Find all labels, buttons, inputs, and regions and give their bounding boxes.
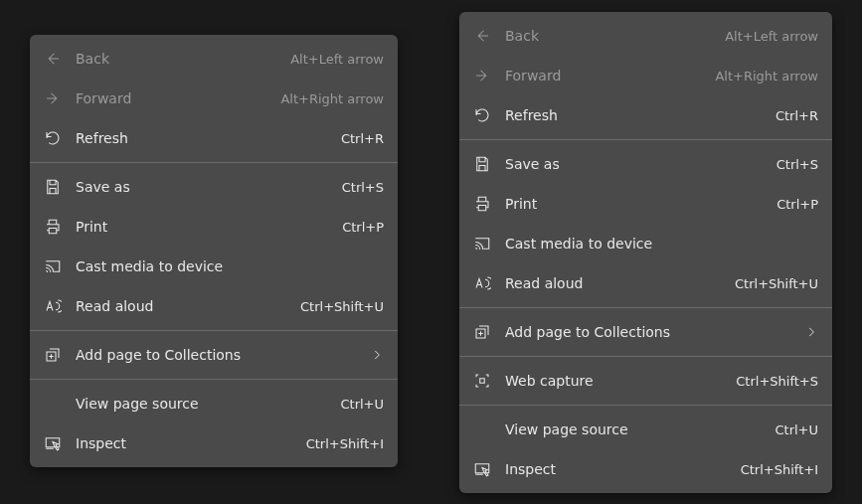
menu-item-label: Print (76, 219, 342, 235)
collections-icon (44, 346, 76, 364)
cast-icon (44, 257, 76, 275)
back-arrow-icon (473, 27, 505, 45)
menu-item-shortcut: Alt+Left arrow (290, 52, 384, 67)
menu-item-label: Refresh (505, 107, 776, 123)
menu-item-forward[interactable]: Forward Alt+Right arrow (459, 56, 832, 95)
menu-item-label: Print (505, 196, 776, 212)
menu-item-back[interactable]: Back Alt+Left arrow (459, 16, 832, 56)
inspect-icon (473, 460, 505, 478)
forward-arrow-icon (44, 89, 76, 107)
menu-item-label: View page source (76, 396, 340, 412)
refresh-icon (44, 129, 76, 147)
menu-item-shortcut: Alt+Left arrow (725, 29, 818, 44)
menu-item-shortcut: Ctrl+U (775, 422, 818, 437)
menu-item-shortcut: Ctrl+P (776, 197, 818, 212)
menu-item-collections[interactable]: Add page to Collections (30, 335, 398, 375)
menu-item-label: Inspect (76, 435, 306, 451)
menu-separator (459, 356, 832, 357)
collections-icon (473, 323, 505, 341)
context-menu-left: Back Alt+Left arrow Forward Alt+Right ar… (30, 35, 398, 467)
menu-item-view-source[interactable]: View page source Ctrl+U (30, 384, 398, 423)
refresh-icon (473, 106, 505, 124)
menu-item-back[interactable]: Back Alt+Left arrow (30, 39, 398, 79)
menu-item-label: Refresh (76, 130, 341, 146)
menu-item-label: Back (505, 28, 725, 44)
menu-item-save-as[interactable]: Save as Ctrl+S (459, 144, 832, 184)
save-icon (44, 178, 76, 196)
read-aloud-icon (44, 297, 76, 315)
menu-item-shortcut: Ctrl+R (341, 131, 384, 146)
menu-item-label: Read aloud (76, 298, 300, 314)
menu-item-inspect[interactable]: Inspect Ctrl+Shift+I (30, 423, 398, 463)
menu-item-shortcut: Ctrl+U (340, 397, 384, 412)
menu-item-shortcut: Ctrl+R (776, 108, 818, 123)
menu-item-cast[interactable]: Cast media to device (30, 247, 398, 286)
menu-item-shortcut: Ctrl+Shift+U (300, 299, 384, 314)
menu-separator (30, 379, 398, 380)
menu-item-shortcut: Alt+Right arrow (715, 69, 818, 84)
menu-item-view-source[interactable]: View page source Ctrl+U (459, 410, 832, 449)
web-capture-icon (473, 372, 505, 390)
menu-item-read-aloud[interactable]: Read aloud Ctrl+Shift+U (30, 286, 398, 326)
menu-item-refresh[interactable]: Refresh Ctrl+R (30, 118, 398, 158)
chevron-right-icon (370, 348, 384, 362)
menu-item-shortcut: Ctrl+S (776, 157, 818, 172)
menu-item-collections[interactable]: Add page to Collections (459, 312, 832, 352)
chevron-right-icon (804, 325, 818, 339)
menu-item-print[interactable]: Print Ctrl+P (30, 207, 398, 247)
menu-item-label: Inspect (505, 461, 741, 477)
menu-item-print[interactable]: Print Ctrl+P (459, 184, 832, 224)
context-menu-right: Back Alt+Left arrow Forward Alt+Right ar… (459, 12, 832, 493)
menu-item-inspect[interactable]: Inspect Ctrl+Shift+I (459, 449, 832, 489)
read-aloud-icon (473, 274, 505, 292)
menu-item-shortcut: Ctrl+Shift+S (736, 374, 818, 389)
forward-arrow-icon (473, 67, 505, 84)
print-icon (473, 195, 505, 213)
menu-item-forward[interactable]: Forward Alt+Right arrow (30, 79, 398, 118)
menu-item-label: Forward (505, 68, 715, 84)
menu-separator (30, 330, 398, 331)
back-arrow-icon (44, 50, 76, 68)
menu-item-label: Cast media to device (76, 258, 384, 274)
menu-separator (459, 139, 832, 140)
menu-separator (459, 307, 832, 308)
menu-item-shortcut: Ctrl+Shift+U (735, 276, 818, 291)
menu-item-label: Add page to Collections (76, 347, 370, 363)
menu-item-refresh[interactable]: Refresh Ctrl+R (459, 95, 832, 135)
menu-item-cast[interactable]: Cast media to device (459, 224, 832, 263)
menu-item-shortcut: Ctrl+Shift+I (741, 462, 818, 477)
menu-item-label: View page source (505, 421, 775, 437)
menu-item-label: Save as (505, 156, 776, 172)
menu-item-label: Add page to Collections (505, 324, 804, 340)
menu-item-shortcut: Ctrl+Shift+I (306, 436, 384, 451)
menu-item-label: Web capture (505, 373, 736, 389)
menu-item-web-capture[interactable]: Web capture Ctrl+Shift+S (459, 361, 832, 401)
menu-separator (30, 162, 398, 163)
menu-separator (459, 405, 832, 406)
menu-item-shortcut: Alt+Right arrow (280, 91, 384, 106)
menu-item-label: Save as (76, 179, 342, 195)
print-icon (44, 218, 76, 236)
menu-item-label: Cast media to device (505, 236, 818, 252)
menu-item-read-aloud[interactable]: Read aloud Ctrl+Shift+U (459, 263, 832, 303)
menu-item-shortcut: Ctrl+S (342, 180, 384, 195)
inspect-icon (44, 434, 76, 452)
menu-item-save-as[interactable]: Save as Ctrl+S (30, 167, 398, 207)
cast-icon (473, 235, 505, 252)
menu-item-shortcut: Ctrl+P (342, 220, 384, 235)
menu-item-label: Back (76, 51, 290, 67)
menu-item-label: Read aloud (505, 275, 735, 291)
save-icon (473, 155, 505, 173)
menu-item-label: Forward (76, 90, 280, 106)
